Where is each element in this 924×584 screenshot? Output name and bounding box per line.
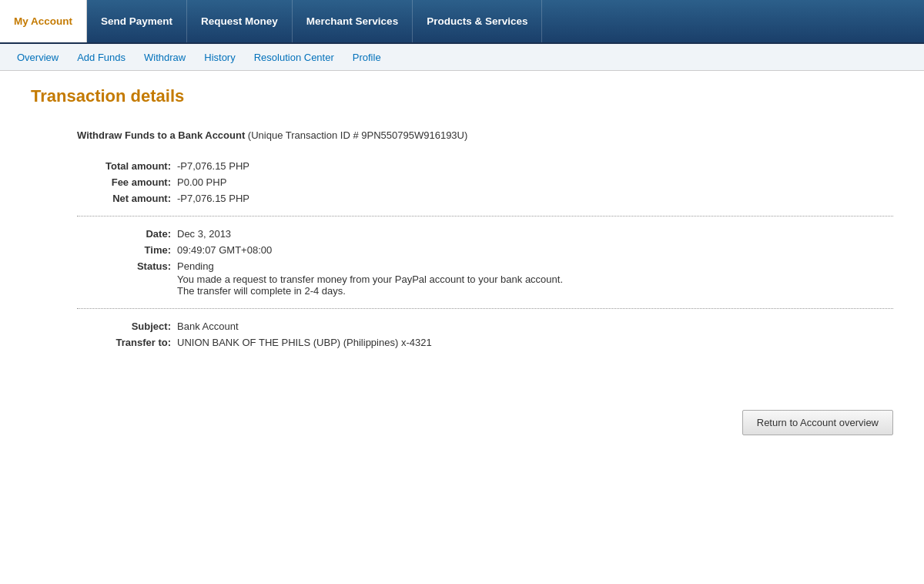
page-title: Transaction details — [31, 86, 893, 106]
status-description: You made a request to transfer money fro… — [177, 274, 578, 297]
return-to-overview-button[interactable]: Return to Account overview — [742, 410, 893, 435]
time-label: Time: — [77, 244, 177, 256]
subject-value: Bank Account — [177, 321, 239, 332]
nav-merchant-services[interactable]: Merchant Services — [293, 0, 413, 42]
nav-products-services[interactable]: Products & Services — [413, 0, 542, 42]
date-value: Dec 3, 2013 — [177, 228, 231, 240]
total-amount-row: Total amount: -P7,076.15 PHP — [77, 160, 893, 172]
datetime-section: Date: Dec 3, 2013 Time: 09:49:07 GMT+08:… — [77, 228, 893, 297]
transfer-to-row: Transfer to: UNION BANK OF THE PHILS (UB… — [77, 337, 893, 348]
subject-section: Subject: Bank Account Transfer to: UNION… — [77, 321, 893, 348]
status-row: Status: Pending You made a request to tr… — [77, 260, 893, 297]
nav-request-money[interactable]: Request Money — [187, 0, 293, 42]
sub-navigation: Overview Add Funds Withdraw History Reso… — [0, 44, 924, 71]
subnav-add-funds[interactable]: Add Funds — [68, 44, 135, 71]
status-label: Status: — [77, 260, 177, 297]
subnav-overview[interactable]: Overview — [8, 44, 68, 71]
subject-label: Subject: — [77, 321, 177, 332]
time-row: Time: 09:49:07 GMT+08:00 — [77, 244, 893, 256]
date-label: Date: — [77, 228, 177, 240]
main-content: Transaction details Withdraw Funds to a … — [0, 71, 924, 379]
nav-my-account[interactable]: My Account — [0, 0, 87, 42]
transaction-header: Withdraw Funds to a Bank Account (Unique… — [77, 129, 893, 141]
subnav-withdraw[interactable]: Withdraw — [135, 44, 195, 71]
top-navigation: My Account Send Payment Request Money Me… — [0, 0, 924, 44]
subject-row: Subject: Bank Account — [77, 321, 893, 332]
transaction-type: Withdraw Funds to a Bank Account — [77, 129, 245, 141]
subnav-history[interactable]: History — [195, 44, 244, 71]
subnav-profile[interactable]: Profile — [343, 44, 390, 71]
status-block: Pending You made a request to transfer m… — [177, 260, 578, 297]
transfer-to-value: UNION BANK OF THE PHILS (UBP) (Philippin… — [177, 337, 432, 348]
status-value: Pending — [177, 260, 578, 272]
total-amount-value: -P7,076.15 PHP — [177, 160, 249, 172]
divider-2 — [77, 308, 893, 309]
transfer-to-label: Transfer to: — [77, 337, 177, 348]
subnav-resolution-center[interactable]: Resolution Center — [245, 44, 343, 71]
net-amount-label: Net amount: — [77, 193, 177, 204]
fee-amount-value: P0.00 PHP — [177, 176, 226, 188]
fee-amount-label: Fee amount: — [77, 176, 177, 188]
date-row: Date: Dec 3, 2013 — [77, 228, 893, 240]
net-amount-row: Net amount: -P7,076.15 PHP — [77, 193, 893, 204]
amounts-section: Total amount: -P7,076.15 PHP Fee amount:… — [77, 160, 893, 204]
nav-send-payment[interactable]: Send Payment — [87, 0, 187, 42]
divider-1 — [77, 216, 893, 216]
footer-area: Return to Account overview — [0, 394, 924, 451]
total-amount-label: Total amount: — [77, 160, 177, 172]
net-amount-value: -P7,076.15 PHP — [177, 193, 249, 204]
time-value: 09:49:07 GMT+08:00 — [177, 244, 272, 256]
fee-amount-row: Fee amount: P0.00 PHP — [77, 176, 893, 188]
transaction-id: (Unique Transaction ID # 9PN550795W91619… — [245, 129, 467, 141]
